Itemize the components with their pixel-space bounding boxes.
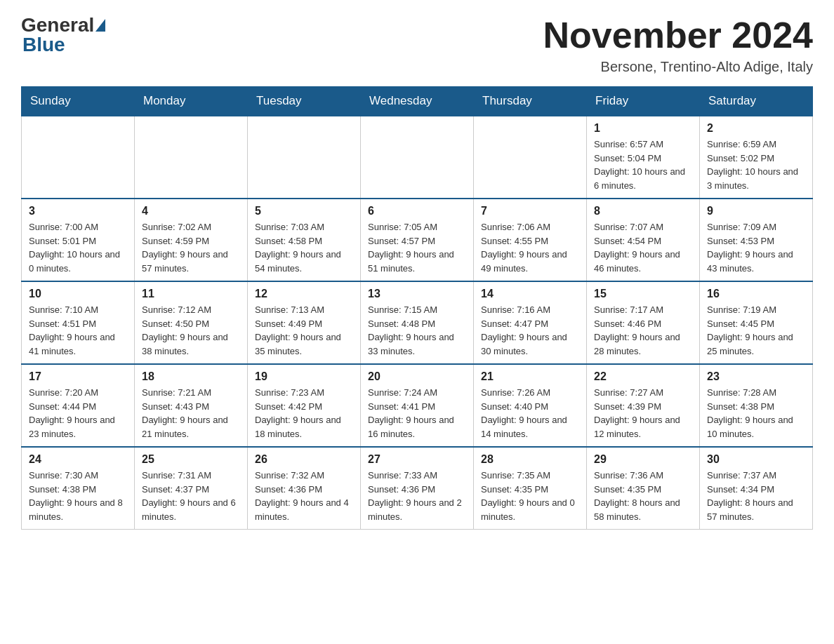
week-row-4: 17 Sunrise: 7:20 AMSunset: 4:44 PMDaylig…: [22, 364, 813, 447]
header-saturday: Saturday: [700, 87, 813, 116]
week-row-5: 24 Sunrise: 7:30 AMSunset: 4:38 PMDaylig…: [22, 447, 813, 530]
calendar-cell-5-4: 27 Sunrise: 7:33 AMSunset: 4:36 PMDaylig…: [361, 447, 474, 530]
day-info: Sunrise: 6:57 AMSunset: 5:04 PMDaylight:…: [594, 139, 685, 191]
day-number: 18: [142, 370, 240, 383]
day-number: 23: [707, 370, 805, 383]
day-info: Sunrise: 7:37 AMSunset: 4:34 PMDaylight:…: [707, 470, 793, 522]
calendar-cell-3-4: 13 Sunrise: 7:15 AMSunset: 4:48 PMDaylig…: [361, 281, 474, 364]
calendar-cell-1-1: [22, 116, 135, 199]
logo-arrow-icon: [95, 19, 105, 32]
day-info: Sunrise: 7:21 AMSunset: 4:43 PMDaylight:…: [142, 387, 228, 439]
calendar-cell-5-1: 24 Sunrise: 7:30 AMSunset: 4:38 PMDaylig…: [22, 447, 135, 530]
calendar-cell-5-2: 25 Sunrise: 7:31 AMSunset: 4:37 PMDaylig…: [135, 447, 248, 530]
calendar-cell-3-1: 10 Sunrise: 7:10 AMSunset: 4:51 PMDaylig…: [22, 281, 135, 364]
day-info: Sunrise: 7:28 AMSunset: 4:38 PMDaylight:…: [707, 387, 793, 439]
day-number: 13: [368, 288, 466, 300]
day-number: 8: [594, 205, 692, 217]
calendar-cell-3-7: 16 Sunrise: 7:19 AMSunset: 4:45 PMDaylig…: [700, 281, 813, 364]
day-number: 3: [29, 205, 127, 217]
day-number: 9: [707, 205, 805, 217]
logo-blue-text: Blue: [22, 34, 65, 55]
header-sunday: Sunday: [22, 87, 135, 116]
day-number: 21: [481, 370, 579, 383]
header-tuesday: Tuesday: [248, 87, 361, 116]
day-number: 5: [255, 205, 353, 217]
day-number: 22: [594, 370, 692, 383]
calendar-cell-1-5: [474, 116, 587, 199]
day-number: 12: [255, 288, 353, 300]
calendar-header-row: Sunday Monday Tuesday Wednesday Thursday…: [22, 87, 813, 116]
calendar-cell-2-5: 7 Sunrise: 7:06 AMSunset: 4:55 PMDayligh…: [474, 199, 587, 281]
week-row-2: 3 Sunrise: 7:00 AMSunset: 5:01 PMDayligh…: [22, 199, 813, 281]
day-number: 28: [481, 453, 579, 466]
day-number: 7: [481, 205, 579, 217]
day-info: Sunrise: 7:23 AMSunset: 4:42 PMDaylight:…: [255, 387, 341, 439]
page-header: General Blue November 2024 Bersone, Tren…: [21, 14, 813, 75]
calendar-cell-4-6: 22 Sunrise: 7:27 AMSunset: 4:39 PMDaylig…: [587, 364, 700, 447]
week-row-3: 10 Sunrise: 7:10 AMSunset: 4:51 PMDaylig…: [22, 281, 813, 364]
header-thursday: Thursday: [474, 87, 587, 116]
week-row-1: 1 Sunrise: 6:57 AMSunset: 5:04 PMDayligh…: [22, 116, 813, 199]
day-number: 20: [368, 370, 466, 383]
day-number: 25: [142, 453, 240, 466]
day-number: 29: [594, 453, 692, 466]
calendar-cell-5-5: 28 Sunrise: 7:35 AMSunset: 4:35 PMDaylig…: [474, 447, 587, 530]
day-info: Sunrise: 7:16 AMSunset: 4:47 PMDaylight:…: [481, 304, 567, 356]
day-number: 4: [142, 205, 240, 217]
day-info: Sunrise: 7:02 AMSunset: 4:59 PMDaylight:…: [142, 222, 228, 274]
calendar-cell-2-7: 9 Sunrise: 7:09 AMSunset: 4:53 PMDayligh…: [700, 199, 813, 281]
day-number: 26: [255, 453, 353, 466]
calendar-cell-2-4: 6 Sunrise: 7:05 AMSunset: 4:57 PMDayligh…: [361, 199, 474, 281]
calendar-table: Sunday Monday Tuesday Wednesday Thursday…: [21, 86, 813, 530]
day-number: 14: [481, 288, 579, 300]
day-info: Sunrise: 7:00 AMSunset: 5:01 PMDaylight:…: [29, 222, 120, 274]
day-number: 17: [29, 370, 127, 383]
calendar-cell-1-7: 2 Sunrise: 6:59 AMSunset: 5:02 PMDayligh…: [700, 116, 813, 199]
calendar-cell-4-3: 19 Sunrise: 7:23 AMSunset: 4:42 PMDaylig…: [248, 364, 361, 447]
day-info: Sunrise: 7:35 AMSunset: 4:35 PMDaylight:…: [481, 470, 575, 522]
day-info: Sunrise: 7:06 AMSunset: 4:55 PMDaylight:…: [481, 222, 567, 274]
title-area: November 2024 Bersone, Trentino-Alto Adi…: [543, 14, 813, 75]
day-number: 30: [707, 453, 805, 466]
day-number: 2: [707, 122, 805, 135]
calendar-cell-3-6: 15 Sunrise: 7:17 AMSunset: 4:46 PMDaylig…: [587, 281, 700, 364]
calendar-cell-2-2: 4 Sunrise: 7:02 AMSunset: 4:59 PMDayligh…: [135, 199, 248, 281]
day-info: Sunrise: 7:05 AMSunset: 4:57 PMDaylight:…: [368, 222, 454, 274]
calendar-cell-5-7: 30 Sunrise: 7:37 AMSunset: 4:34 PMDaylig…: [700, 447, 813, 530]
day-info: Sunrise: 7:17 AMSunset: 4:46 PMDaylight:…: [594, 304, 680, 356]
calendar-cell-4-2: 18 Sunrise: 7:21 AMSunset: 4:43 PMDaylig…: [135, 364, 248, 447]
day-info: Sunrise: 7:30 AMSunset: 4:38 PMDaylight:…: [29, 470, 123, 522]
day-info: Sunrise: 7:32 AMSunset: 4:36 PMDaylight:…: [255, 470, 349, 522]
calendar-cell-3-5: 14 Sunrise: 7:16 AMSunset: 4:47 PMDaylig…: [474, 281, 587, 364]
day-number: 6: [368, 205, 466, 217]
calendar-cell-1-6: 1 Sunrise: 6:57 AMSunset: 5:04 PMDayligh…: [587, 116, 700, 199]
day-number: 11: [142, 288, 240, 300]
location-text: Bersone, Trentino-Alto Adige, Italy: [543, 59, 813, 75]
day-number: 27: [368, 453, 466, 466]
calendar-cell-2-6: 8 Sunrise: 7:07 AMSunset: 4:54 PMDayligh…: [587, 199, 700, 281]
header-monday: Monday: [135, 87, 248, 116]
calendar-cell-5-3: 26 Sunrise: 7:32 AMSunset: 4:36 PMDaylig…: [248, 447, 361, 530]
day-number: 1: [594, 122, 692, 135]
calendar-cell-1-4: [361, 116, 474, 199]
day-number: 16: [707, 288, 805, 300]
day-info: Sunrise: 7:26 AMSunset: 4:40 PMDaylight:…: [481, 387, 567, 439]
calendar-cell-4-5: 21 Sunrise: 7:26 AMSunset: 4:40 PMDaylig…: [474, 364, 587, 447]
calendar-cell-4-4: 20 Sunrise: 7:24 AMSunset: 4:41 PMDaylig…: [361, 364, 474, 447]
calendar-cell-4-7: 23 Sunrise: 7:28 AMSunset: 4:38 PMDaylig…: [700, 364, 813, 447]
day-info: Sunrise: 7:24 AMSunset: 4:41 PMDaylight:…: [368, 387, 454, 439]
calendar-cell-4-1: 17 Sunrise: 7:20 AMSunset: 4:44 PMDaylig…: [22, 364, 135, 447]
day-info: Sunrise: 7:09 AMSunset: 4:53 PMDaylight:…: [707, 222, 793, 274]
calendar-cell-2-1: 3 Sunrise: 7:00 AMSunset: 5:01 PMDayligh…: [22, 199, 135, 281]
day-number: 15: [594, 288, 692, 300]
day-info: Sunrise: 7:19 AMSunset: 4:45 PMDaylight:…: [707, 304, 793, 356]
month-title: November 2024: [543, 14, 813, 56]
day-info: Sunrise: 7:12 AMSunset: 4:50 PMDaylight:…: [142, 304, 228, 356]
day-number: 19: [255, 370, 353, 383]
calendar-cell-3-3: 12 Sunrise: 7:13 AMSunset: 4:49 PMDaylig…: [248, 281, 361, 364]
day-info: Sunrise: 7:33 AMSunset: 4:36 PMDaylight:…: [368, 470, 462, 522]
header-friday: Friday: [587, 87, 700, 116]
day-info: Sunrise: 6:59 AMSunset: 5:02 PMDaylight:…: [707, 139, 798, 191]
header-wednesday: Wednesday: [361, 87, 474, 116]
day-number: 10: [29, 288, 127, 300]
